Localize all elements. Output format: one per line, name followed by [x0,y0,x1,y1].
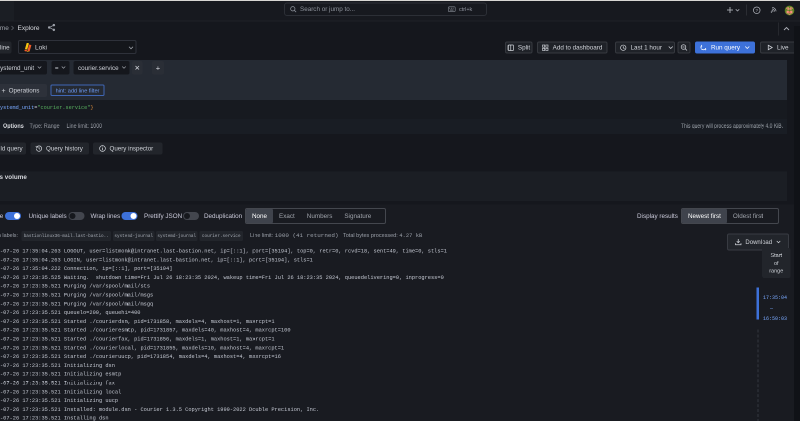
svg-text:?: ? [755,8,758,13]
